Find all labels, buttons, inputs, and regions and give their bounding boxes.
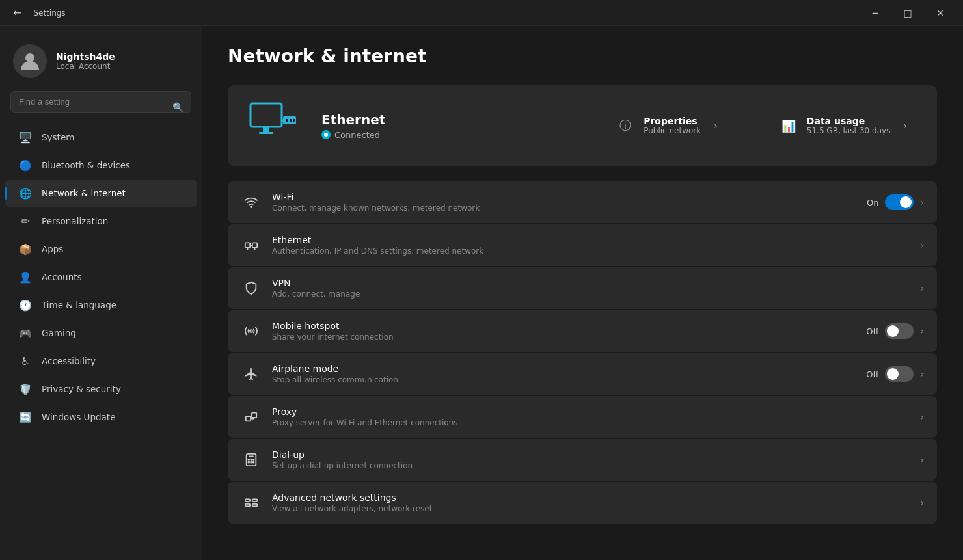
setting-name-ethernet: Ethernet bbox=[272, 235, 910, 245]
window-controls: ─ □ ✕ bbox=[860, 3, 955, 23]
page-title: Network & internet bbox=[228, 46, 937, 67]
setting-text-advanced: Advanced network settings View all netwo… bbox=[272, 492, 910, 513]
nav-label-accessibility: Accessibility bbox=[42, 356, 96, 366]
main-content: Network & internet E bbox=[202, 26, 963, 560]
nav-icon-bluetooth: 🔵 bbox=[18, 158, 33, 172]
setting-right-wifi: On › bbox=[867, 194, 924, 210]
setting-right-dial-up: › bbox=[920, 455, 924, 465]
sidebar-item-personalization[interactable]: ✏️ Personalization bbox=[5, 207, 197, 235]
nav-icon-accessibility: ♿ bbox=[18, 354, 33, 368]
chevron-dial-up: › bbox=[920, 455, 924, 465]
setting-text-proxy: Proxy Proxy server for Wi-Fi and Etherne… bbox=[272, 407, 910, 427]
nav-icon-apps: 📦 bbox=[18, 242, 33, 256]
ethernet-props: ⓘ Properties Public network › 📊 Data usa… bbox=[604, 110, 917, 141]
nav-label-system: System bbox=[42, 132, 74, 142]
avatar bbox=[13, 44, 47, 78]
sidebar-item-privacy[interactable]: 🛡️ Privacy & security bbox=[5, 375, 197, 403]
toggle-wifi[interactable] bbox=[885, 194, 914, 210]
toggle-label-wifi: On bbox=[867, 198, 878, 207]
sidebar-item-network[interactable]: 🌐 Network & internet bbox=[5, 180, 197, 207]
sidebar-item-system[interactable]: 🖥️ System bbox=[5, 124, 197, 151]
setting-row-airplane-mode[interactable]: Airplane mode Stop all wireless communic… bbox=[228, 353, 937, 395]
svg-point-0 bbox=[25, 53, 34, 62]
svg-rect-28 bbox=[245, 500, 250, 502]
ethernet-hero-card: Ethernet Connected ⓘ Properties Public n… bbox=[228, 85, 937, 166]
toggle-thumb-mobile-hotspot bbox=[887, 325, 899, 337]
properties-button[interactable]: ⓘ Properties Public network › bbox=[604, 110, 728, 141]
info-icon: ⓘ bbox=[615, 115, 636, 136]
setting-row-advanced[interactable]: Advanced network settings View all netwo… bbox=[228, 482, 937, 524]
setting-name-advanced: Advanced network settings bbox=[272, 492, 910, 503]
data-usage-icon: 📊 bbox=[778, 115, 799, 136]
nav-label-update: Windows Update bbox=[42, 412, 115, 422]
app-container: Nightsh4de Local Account 🔍 🖥️ System 🔵 B… bbox=[0, 26, 963, 560]
ethernet-illustration bbox=[247, 98, 306, 153]
search-icon: 🔍 bbox=[172, 102, 183, 113]
chevron-advanced: › bbox=[920, 498, 924, 508]
chevron-proxy: › bbox=[920, 412, 924, 422]
chevron-mobile-hotspot: › bbox=[920, 326, 924, 336]
setting-right-ethernet: › bbox=[920, 240, 924, 250]
nav-icon-time: 🕐 bbox=[18, 298, 33, 312]
setting-desc-airplane-mode: Stop all wireless communication bbox=[272, 375, 856, 384]
svg-point-26 bbox=[251, 462, 252, 463]
toggle-label-mobile-hotspot: Off bbox=[866, 327, 878, 336]
ethernet-status: Connected bbox=[321, 130, 589, 140]
maximize-button[interactable]: □ bbox=[893, 3, 923, 23]
toggle-mobile-hotspot[interactable] bbox=[885, 323, 914, 339]
setting-right-vpn: › bbox=[920, 283, 924, 293]
setting-name-proxy: Proxy bbox=[272, 407, 910, 417]
search-input[interactable] bbox=[10, 91, 191, 113]
svg-point-15 bbox=[250, 330, 252, 332]
setting-row-proxy[interactable]: Proxy Proxy server for Wi-Fi and Etherne… bbox=[228, 396, 937, 438]
nav-icon-privacy: 🛡️ bbox=[18, 382, 33, 396]
svg-point-23 bbox=[251, 459, 252, 460]
setting-row-wifi[interactable]: Wi-Fi Connect, manage known networks, me… bbox=[228, 181, 937, 223]
toggle-airplane-mode[interactable] bbox=[885, 366, 914, 382]
sidebar-item-bluetooth[interactable]: 🔵 Bluetooth & devices bbox=[5, 152, 197, 179]
setting-text-wifi: Wi-Fi Connect, manage known networks, me… bbox=[272, 192, 856, 213]
setting-row-ethernet[interactable]: Ethernet Authentication, IP and DNS sett… bbox=[228, 224, 937, 266]
sidebar-item-accounts[interactable]: 👤 Accounts bbox=[5, 263, 197, 291]
user-profile[interactable]: Nightsh4de Local Account bbox=[0, 36, 202, 91]
nav-label-privacy: Privacy & security bbox=[42, 384, 121, 394]
nav-label-accounts: Accounts bbox=[42, 272, 82, 282]
toggle-label-airplane-mode: Off bbox=[866, 369, 878, 379]
setting-row-vpn[interactable]: VPN Add, connect, manage › bbox=[228, 267, 937, 309]
sidebar-item-gaming[interactable]: 🎮 Gaming bbox=[5, 319, 197, 347]
svg-rect-11 bbox=[252, 243, 257, 247]
icon-advanced bbox=[241, 492, 262, 513]
setting-desc-vpn: Add, connect, manage bbox=[272, 289, 910, 299]
ethernet-hero-name: Ethernet bbox=[321, 112, 589, 127]
svg-point-27 bbox=[253, 462, 254, 463]
setting-name-airplane-mode: Airplane mode bbox=[272, 364, 856, 374]
close-button[interactable]: ✕ bbox=[925, 3, 955, 23]
setting-name-wifi: Wi-Fi bbox=[272, 192, 856, 202]
minimize-button[interactable]: ─ bbox=[860, 3, 890, 23]
user-name: Nightsh4de bbox=[56, 51, 115, 62]
nav-label-gaming: Gaming bbox=[42, 328, 76, 338]
data-usage-button[interactable]: 📊 Data usage 51.5 GB, last 30 days › bbox=[768, 110, 917, 141]
nav-icon-network: 🌐 bbox=[18, 186, 33, 200]
status-dot bbox=[321, 130, 331, 139]
back-button[interactable]: ← bbox=[8, 4, 27, 21]
sidebar-item-apps[interactable]: 📦 Apps bbox=[5, 235, 197, 263]
svg-point-22 bbox=[248, 459, 249, 460]
properties-chevron: › bbox=[714, 120, 718, 131]
sidebar-nav: 🖥️ System 🔵 Bluetooth & devices 🌐 Networ… bbox=[0, 123, 202, 431]
properties-info: Properties Public network bbox=[644, 116, 701, 135]
setting-desc-ethernet: Authentication, IP and DNS settings, met… bbox=[272, 247, 910, 256]
nav-icon-gaming: 🎮 bbox=[18, 326, 33, 340]
nav-label-personalization: Personalization bbox=[42, 216, 108, 226]
icon-ethernet bbox=[241, 235, 262, 256]
sidebar-item-accessibility[interactable]: ♿ Accessibility bbox=[5, 347, 197, 375]
sidebar-item-time[interactable]: 🕐 Time & language bbox=[5, 291, 197, 319]
window-title: Settings bbox=[33, 8, 65, 18]
setting-row-mobile-hotspot[interactable]: Mobile hotspot Share your internet conne… bbox=[228, 310, 937, 352]
setting-desc-advanced: View all network adapters, network reset bbox=[272, 504, 910, 513]
setting-desc-mobile-hotspot: Share your internet connection bbox=[272, 332, 856, 341]
svg-point-25 bbox=[248, 462, 249, 463]
sidebar-item-update[interactable]: 🔄 Windows Update bbox=[5, 403, 197, 431]
setting-row-dial-up[interactable]: Dial-up Set up a dial-up internet connec… bbox=[228, 439, 937, 481]
svg-rect-2 bbox=[263, 127, 269, 132]
